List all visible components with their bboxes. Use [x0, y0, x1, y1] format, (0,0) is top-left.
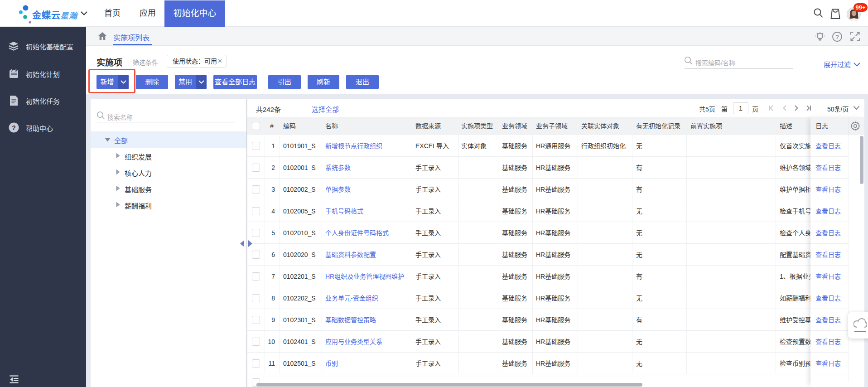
svg-text:?: ?	[12, 124, 16, 131]
svg-text:?: ?	[835, 34, 839, 40]
